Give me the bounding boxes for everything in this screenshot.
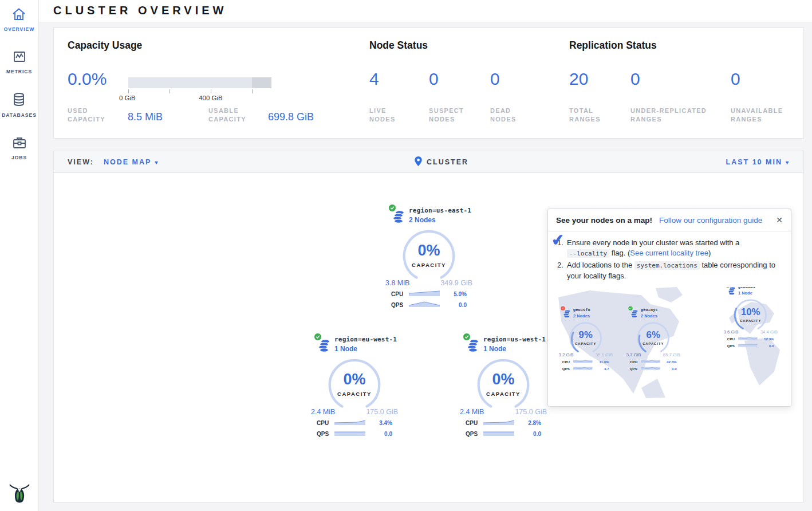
metrics-icon (13, 50, 26, 66)
chevron-down-icon: ▾ (786, 159, 790, 166)
configuration-guide-link[interactable]: Follow our configuration guide (659, 216, 762, 225)
map-pin-icon (415, 156, 422, 168)
cpu-value: 5.0% (454, 291, 467, 297)
mini-node-group-sfo: geo=sfo 2 Nodes 9% CAPACITY 3.2 GiB 35.1… (555, 308, 616, 371)
node-map-card: VIEW: NODE MAP ▾ CLUSTER LAST 10 MIN ▾ (53, 151, 804, 502)
capacity-tick-400: 400 GiB (185, 95, 236, 101)
qps-sparkline (334, 430, 366, 438)
sidebar-item-label: DATABASES (2, 112, 37, 118)
usable-capacity-label: USABLE CAPACITY (208, 107, 261, 124)
cpu-sparkline (334, 419, 366, 427)
suspect-nodes-count: 0 (429, 69, 439, 89)
config-step-2: 2. Add locations to the system.locations… (557, 260, 783, 281)
database-stack-icon (562, 309, 571, 320)
databases-icon (12, 92, 26, 109)
jobs-icon (12, 136, 27, 152)
region-label: region=us-west-1 (483, 336, 552, 343)
capacity-percent: 0% (475, 371, 532, 388)
capacity-bar (128, 77, 271, 88)
capacity-bar-reserved-segment (252, 77, 271, 88)
replication-status-title: Replication Status (569, 40, 657, 52)
locality-flag-code: --locality (567, 249, 609, 258)
node-count-link[interactable]: 1 Node (334, 345, 403, 353)
popup-title: See your nodes on a map! (556, 216, 652, 225)
node-count-link[interactable]: 2 Nodes (409, 216, 478, 224)
capacity-gauge: 0% CAPACITY (326, 357, 383, 410)
cockroachdb-logo[interactable] (7, 479, 31, 506)
suspect-nodes-label: SUSPECT NODES (429, 107, 471, 124)
dead-nodes-count: 0 (490, 69, 500, 89)
node-map-config-popup: See your nodes on a map! Follow our conf… (547, 209, 791, 407)
live-nodes-label: LIVE NODES (369, 107, 411, 124)
node-group-us-east-1[interactable]: region=us-east-1 2 Nodes 0% CAPACITY 3.8… (380, 207, 478, 309)
unavailable-label: UNAVAILABLE RANGES (731, 107, 793, 124)
sidebar-item-label: OVERVIEW (4, 26, 35, 32)
qps-sparkline (483, 430, 515, 438)
config-step-1: 1. Ensure every node in your cluster was… (557, 238, 783, 259)
cpu-sparkline (483, 419, 515, 427)
used-capacity-label: USED CAPACITY (68, 107, 120, 124)
usable-capacity-value: 699.8 GiB (268, 111, 314, 123)
view-bar: VIEW: NODE MAP ▾ CLUSTER LAST 10 MIN ▾ (54, 151, 803, 173)
cpu-label: CPU (466, 420, 483, 426)
sidebar-item-jobs[interactable]: JOBS (11, 136, 27, 160)
capacity-caption: CAPACITY (400, 262, 458, 268)
sidebar: OVERVIEW METRICS DATABASES JOBS (0, 0, 39, 511)
blue-check-icon: ✔ (551, 234, 565, 246)
dead-nodes-label: DEAD NODES (490, 107, 526, 124)
qps-label: QPS (317, 431, 334, 437)
qps-value: 0.0 (384, 431, 392, 437)
example-map-image: geo=sfo 2 Nodes 9% CAPACITY 3.2 GiB 35.1… (555, 287, 783, 398)
total-ranges-count: 20 (569, 69, 588, 89)
sidebar-item-metrics[interactable]: METRICS (6, 50, 32, 74)
view-selector-dropdown[interactable]: NODE MAP ▾ (104, 158, 159, 166)
breadcrumb-cluster[interactable]: CLUSTER (415, 156, 468, 168)
under-replicated-label: UNDER-REPLICATED RANGES (630, 107, 721, 124)
qps-sparkline (408, 301, 440, 309)
cpu-value: 2.8% (528, 420, 541, 426)
total-ranges-label: TOTAL RANGES (569, 107, 610, 124)
top-bar: CLUSTER OVERVIEW (39, 0, 812, 22)
cluster-summary-card: Capacity Usage 0.0% 0 GiB 400 GiB USED C… (53, 27, 804, 139)
capacity-percent: 0% (326, 371, 383, 388)
database-stack-icon (317, 339, 331, 356)
home-icon (11, 7, 26, 23)
mini-node-group-nyc: geo=nyc 2 Nodes 6% CAPACITY 3.7 GiB 65.7… (623, 308, 683, 371)
mini-node-group-ams: geo=ams 1 Node 10% CAPACITY 3.6 GiB 34.4… (720, 287, 781, 348)
qps-label: QPS (391, 302, 408, 308)
capacity-percent: 0% (400, 242, 458, 260)
cpu-label: CPU (391, 291, 408, 297)
sidebar-item-label: METRICS (6, 69, 32, 74)
sidebar-item-databases[interactable]: DATABASES (2, 92, 37, 118)
node-group-eu-west-1[interactable]: region=eu-west-1 1 Node 0% CAPACITY 2.4 … (306, 336, 403, 438)
sidebar-item-overview[interactable]: OVERVIEW (4, 7, 35, 32)
cpu-sparkline (408, 290, 440, 298)
database-stack-icon (630, 309, 638, 320)
capacity-gauge: 0% CAPACITY (475, 357, 532, 410)
used-capacity-value: 8.5 MiB (128, 111, 163, 123)
system-locations-code: system.locations (634, 261, 700, 270)
capacity-caption: CAPACITY (326, 391, 383, 397)
database-stack-icon (392, 210, 405, 227)
time-range-dropdown[interactable]: LAST 10 MIN ▾ (726, 158, 790, 166)
database-stack-icon (727, 287, 736, 297)
close-icon[interactable]: ✕ (776, 215, 783, 225)
qps-value: 0.0 (533, 431, 541, 437)
capacity-tick-0: 0 GiB (119, 95, 136, 101)
node-count-link[interactable]: 1 Node (483, 345, 552, 353)
page-title: CLUSTER OVERVIEW (53, 4, 227, 17)
qps-label: QPS (466, 431, 483, 437)
qps-value: 0.0 (459, 302, 467, 308)
database-stack-icon (466, 339, 480, 356)
sidebar-item-label: JOBS (11, 155, 27, 160)
node-group-us-west-1[interactable]: region=us-west-1 1 Node 0% CAPACITY 2.4 … (455, 336, 552, 438)
view-label: VIEW: (68, 158, 94, 166)
cpu-value: 3.4% (379, 420, 392, 426)
node-map-area: region=us-east-1 2 Nodes 0% CAPACITY 3.8… (54, 173, 803, 502)
node-status-title: Node Status (369, 40, 428, 52)
chevron-down-icon: ▾ (155, 159, 159, 166)
region-label: region=us-east-1 (409, 207, 478, 214)
under-replicated-count: 0 (630, 69, 640, 89)
unavailable-count: 0 (731, 69, 740, 89)
locality-tree-link[interactable]: See current locality tree (630, 249, 708, 257)
